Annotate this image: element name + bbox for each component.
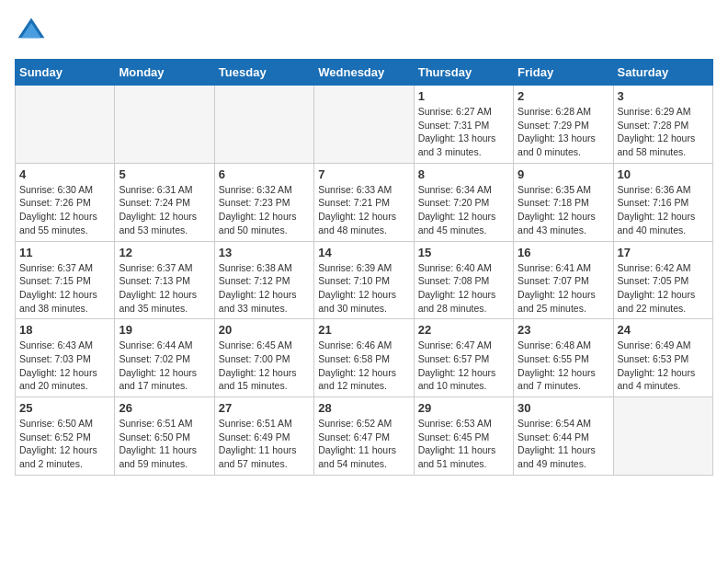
day-number: 5 (119, 167, 210, 181)
day-info: Sunrise: 6:32 AMSunset: 7:23 PMDaylight:… (219, 183, 310, 237)
calendar-cell-day-11: 11Sunrise: 6:37 AMSunset: 7:15 PMDayligh… (16, 241, 115, 319)
day-info: Sunrise: 6:31 AMSunset: 7:24 PMDaylight:… (119, 183, 210, 237)
day-info: Sunrise: 6:51 AMSunset: 6:50 PMDaylight:… (119, 417, 210, 471)
day-number: 9 (518, 167, 609, 181)
day-number: 7 (318, 167, 409, 181)
calendar-cell-empty (115, 86, 214, 164)
day-number: 12 (119, 246, 210, 259)
calendar-cell-day-4: 4Sunrise: 6:30 AMSunset: 7:26 PMDaylight… (16, 163, 115, 241)
day-number: 4 (19, 167, 110, 181)
day-number: 17 (618, 246, 709, 259)
calendar-cell-day-14: 14Sunrise: 6:39 AMSunset: 7:10 PMDayligh… (314, 241, 414, 319)
logo-icon (15, 15, 48, 48)
day-info: Sunrise: 6:50 AMSunset: 6:52 PMDaylight:… (19, 417, 110, 471)
weekday-header-sunday: Sunday (16, 60, 115, 86)
day-info: Sunrise: 6:28 AMSunset: 7:29 PMDaylight:… (518, 105, 609, 159)
day-number: 10 (618, 167, 709, 181)
day-info: Sunrise: 6:33 AMSunset: 7:21 PMDaylight:… (318, 183, 409, 237)
calendar-week-4: 18Sunrise: 6:43 AMSunset: 7:03 PMDayligh… (16, 319, 713, 397)
calendar-week-3: 11Sunrise: 6:37 AMSunset: 7:15 PMDayligh… (16, 241, 713, 319)
day-number: 16 (518, 246, 609, 259)
calendar-cell-day-16: 16Sunrise: 6:41 AMSunset: 7:07 PMDayligh… (514, 241, 613, 319)
weekday-header-friday: Friday (514, 60, 613, 86)
day-number: 11 (19, 246, 110, 259)
day-info: Sunrise: 6:49 AMSunset: 6:53 PMDaylight:… (618, 339, 709, 393)
day-info: Sunrise: 6:44 AMSunset: 7:02 PMDaylight:… (119, 339, 210, 393)
weekday-header-thursday: Thursday (414, 60, 513, 86)
day-info: Sunrise: 6:47 AMSunset: 6:57 PMDaylight:… (418, 339, 509, 393)
day-info: Sunrise: 6:34 AMSunset: 7:20 PMDaylight:… (418, 183, 509, 237)
day-info: Sunrise: 6:37 AMSunset: 7:15 PMDaylight:… (19, 261, 110, 316)
logo (15, 15, 51, 48)
day-info: Sunrise: 6:36 AMSunset: 7:16 PMDaylight:… (618, 183, 709, 237)
calendar-cell-day-29: 29Sunrise: 6:53 AMSunset: 6:45 PMDayligh… (414, 397, 513, 476)
calendar-cell-day-20: 20Sunrise: 6:45 AMSunset: 7:00 PMDayligh… (214, 319, 313, 397)
weekday-header-saturday: Saturday (613, 60, 712, 86)
day-info: Sunrise: 6:38 AMSunset: 7:12 PMDaylight:… (219, 261, 310, 316)
day-number: 27 (219, 401, 310, 415)
weekday-header-tuesday: Tuesday (214, 60, 313, 86)
day-number: 28 (318, 401, 409, 415)
calendar-cell-day-27: 27Sunrise: 6:51 AMSunset: 6:49 PMDayligh… (214, 397, 313, 476)
day-info: Sunrise: 6:51 AMSunset: 6:49 PMDaylight:… (219, 417, 310, 471)
calendar-cell-day-2: 2Sunrise: 6:28 AMSunset: 7:29 PMDaylight… (514, 86, 613, 164)
calendar-cell-day-15: 15Sunrise: 6:40 AMSunset: 7:08 PMDayligh… (414, 241, 513, 319)
weekday-header-monday: Monday (115, 60, 214, 86)
day-info: Sunrise: 6:30 AMSunset: 7:26 PMDaylight:… (19, 183, 110, 237)
day-info: Sunrise: 6:53 AMSunset: 6:45 PMDaylight:… (418, 417, 509, 471)
calendar-week-5: 25Sunrise: 6:50 AMSunset: 6:52 PMDayligh… (16, 397, 713, 476)
day-number: 20 (219, 323, 310, 337)
calendar-week-1: 1Sunrise: 6:27 AMSunset: 7:31 PMDaylight… (16, 86, 713, 164)
calendar-cell-day-30: 30Sunrise: 6:54 AMSunset: 6:44 PMDayligh… (514, 397, 613, 476)
day-number: 14 (318, 246, 409, 259)
day-number: 15 (418, 246, 509, 259)
calendar-cell-empty (314, 86, 414, 164)
calendar-cell-day-24: 24Sunrise: 6:49 AMSunset: 6:53 PMDayligh… (613, 319, 712, 397)
calendar-cell-day-8: 8Sunrise: 6:34 AMSunset: 7:20 PMDaylight… (414, 163, 513, 241)
day-info: Sunrise: 6:35 AMSunset: 7:18 PMDaylight:… (518, 183, 609, 237)
day-number: 30 (518, 401, 609, 415)
calendar-cell-day-22: 22Sunrise: 6:47 AMSunset: 6:57 PMDayligh… (414, 319, 513, 397)
day-info: Sunrise: 6:43 AMSunset: 7:03 PMDaylight:… (19, 339, 110, 393)
day-info: Sunrise: 6:48 AMSunset: 6:55 PMDaylight:… (518, 339, 609, 393)
day-info: Sunrise: 6:42 AMSunset: 7:05 PMDaylight:… (618, 261, 709, 316)
calendar-cell-day-21: 21Sunrise: 6:46 AMSunset: 6:58 PMDayligh… (314, 319, 414, 397)
day-number: 29 (418, 401, 509, 415)
day-info: Sunrise: 6:27 AMSunset: 7:31 PMDaylight:… (418, 105, 509, 159)
calendar-cell-day-9: 9Sunrise: 6:35 AMSunset: 7:18 PMDaylight… (514, 163, 613, 241)
day-number: 1 (418, 89, 509, 103)
calendar-cell-empty (16, 86, 115, 164)
day-number: 24 (618, 323, 709, 337)
day-info: Sunrise: 6:40 AMSunset: 7:08 PMDaylight:… (418, 261, 509, 316)
day-info: Sunrise: 6:52 AMSunset: 6:47 PMDaylight:… (318, 417, 409, 471)
day-number: 13 (219, 246, 310, 259)
calendar-cell-day-13: 13Sunrise: 6:38 AMSunset: 7:12 PMDayligh… (214, 241, 313, 319)
calendar-cell-empty (214, 86, 313, 164)
calendar-week-2: 4Sunrise: 6:30 AMSunset: 7:26 PMDaylight… (16, 163, 713, 241)
day-number: 23 (518, 323, 609, 337)
calendar-cell-day-18: 18Sunrise: 6:43 AMSunset: 7:03 PMDayligh… (16, 319, 115, 397)
day-number: 8 (418, 167, 509, 181)
day-number: 22 (418, 323, 509, 337)
calendar-cell-day-5: 5Sunrise: 6:31 AMSunset: 7:24 PMDaylight… (115, 163, 214, 241)
day-number: 2 (518, 89, 609, 103)
calendar-cell-day-7: 7Sunrise: 6:33 AMSunset: 7:21 PMDaylight… (314, 163, 414, 241)
calendar-cell-day-25: 25Sunrise: 6:50 AMSunset: 6:52 PMDayligh… (16, 397, 115, 476)
day-number: 21 (318, 323, 409, 337)
calendar-cell-day-17: 17Sunrise: 6:42 AMSunset: 7:05 PMDayligh… (613, 241, 712, 319)
day-number: 6 (219, 167, 310, 181)
day-info: Sunrise: 6:39 AMSunset: 7:10 PMDaylight:… (318, 261, 409, 316)
calendar-cell-day-10: 10Sunrise: 6:36 AMSunset: 7:16 PMDayligh… (613, 163, 712, 241)
day-number: 26 (119, 401, 210, 415)
calendar-table: SundayMondayTuesdayWednesdayThursdayFrid… (15, 59, 713, 476)
day-number: 18 (19, 323, 110, 337)
calendar-cell-day-1: 1Sunrise: 6:27 AMSunset: 7:31 PMDaylight… (414, 86, 513, 164)
day-number: 3 (618, 89, 709, 103)
calendar-cell-day-12: 12Sunrise: 6:37 AMSunset: 7:13 PMDayligh… (115, 241, 214, 319)
calendar-cell-day-28: 28Sunrise: 6:52 AMSunset: 6:47 PMDayligh… (314, 397, 414, 476)
day-info: Sunrise: 6:46 AMSunset: 6:58 PMDaylight:… (318, 339, 409, 393)
calendar-cell-day-23: 23Sunrise: 6:48 AMSunset: 6:55 PMDayligh… (514, 319, 613, 397)
weekday-header-wednesday: Wednesday (314, 60, 414, 86)
calendar-cell-day-26: 26Sunrise: 6:51 AMSunset: 6:50 PMDayligh… (115, 397, 214, 476)
calendar-cell-empty (613, 397, 712, 476)
